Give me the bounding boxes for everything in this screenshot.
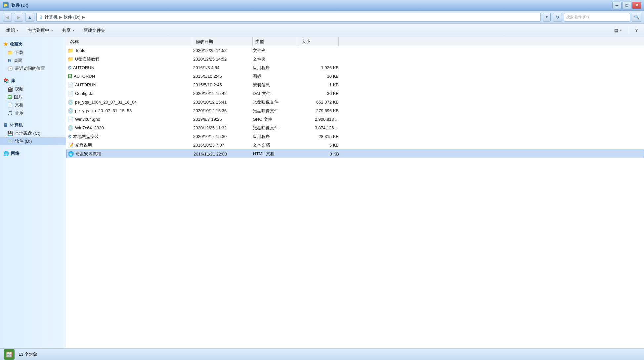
sidebar-item-music[interactable]: 🎵 音乐 [0, 109, 66, 117]
refresh-button[interactable]: ↻ [553, 13, 562, 22]
up-button[interactable]: ▲ [25, 13, 34, 22]
file-date-cell: 2020/10/12 15:30 [193, 134, 253, 139]
sidebar-item-local-c[interactable]: 💾 本地磁盘 (C:) [0, 129, 66, 137]
breadcrumb-sep-2: ▶ [82, 15, 85, 20]
new-folder-button[interactable]: 新建文件夹 [80, 25, 109, 35]
table-row[interactable]: 💿 pe_yqs_1064_20_07_31_16_04 2020/10/12 … [66, 98, 644, 107]
file-date-cell: 2020/10/12 15:36 [193, 108, 253, 113]
title-bar-title: 软件 (D:) [11, 2, 28, 8]
col-header-type[interactable]: 类型 [253, 37, 299, 46]
breadcrumb-computer[interactable]: 计算机 [45, 14, 58, 20]
search-icon: 🔍 [634, 15, 639, 20]
file-type-cell: 图标 [253, 73, 299, 79]
address-dropdown[interactable]: ▼ [543, 13, 551, 22]
sidebar-item-doc[interactable]: 📄 文档 [0, 101, 66, 109]
table-row[interactable]: 📝 光盘说明 2016/10/23 7:07 文本文档 5 KB [66, 141, 644, 150]
sidebar-item-software-d[interactable]: 💿 软件 (D:) [0, 137, 66, 145]
file-size-cell: 5 KB [299, 143, 339, 148]
favorites-header[interactable]: ★ 收藏夹 [0, 40, 66, 49]
file-type-cell: 应用程序 [253, 65, 299, 71]
file-size-cell: 1 KB [299, 82, 339, 87]
forward-button[interactable]: ▶ [14, 13, 23, 22]
maximize-button[interactable]: □ [622, 2, 631, 9]
file-date-cell: 2020/12/25 11:32 [193, 125, 253, 130]
desktop-icon: 🖥 [7, 58, 12, 63]
share-button[interactable]: 共享 ▼ [59, 25, 79, 35]
help-button[interactable]: ? [632, 25, 641, 35]
table-row[interactable]: 💿 Win7x64_2020 2020/12/25 11:32 光盘映像文件 3… [66, 124, 644, 132]
window-icon: 📁 [3, 2, 9, 8]
organize-button[interactable]: 组织 ▼ [3, 25, 23, 35]
file-name-cell: 💿 pe_yqs_1064_20_07_31_16_04 [67, 99, 193, 105]
table-row[interactable]: 📁 Tools 2020/12/25 14:52 文件夹 [66, 46, 644, 55]
toolbar: 组织 ▼ 包含到库中 ▼ 共享 ▼ 新建文件夹 ▤ ▼ ? [0, 24, 644, 37]
sidebar-item-downloads[interactable]: 📁 下载 [0, 49, 66, 57]
file-name: AUTORUN [73, 65, 94, 70]
file-name-cell: 📁 Tools [67, 48, 193, 54]
sidebar-item-recent[interactable]: 🕐 最近访问的位置 [0, 65, 66, 72]
table-row[interactable]: 📄 AUTORUN 2015/5/10 2:45 安装信息 1 KB [66, 81, 644, 89]
breadcrumb-bar[interactable]: 🖥 计算机 ▶ 软件 (D:) ▶ [36, 13, 541, 22]
minimize-button[interactable]: ─ [612, 2, 622, 9]
file-name: Win7x64.gho [75, 117, 100, 122]
file-date-cell: 2016/10/23 7:07 [193, 143, 253, 148]
include-library-button[interactable]: 包含到库中 ▼ [24, 25, 57, 35]
search-box[interactable]: 搜索 软件 (D:) [564, 13, 630, 22]
sidebar-video-label: 视频 [15, 86, 23, 92]
col-header-size[interactable]: 大小 [299, 37, 339, 46]
file-name-cell: 📄 AUTORUN [67, 82, 193, 88]
table-row[interactable]: 📄 Win7x64.gho 2019/9/7 19:25 GHO 文件 2,90… [66, 115, 644, 124]
title-bar-controls: ─ □ ✕ [612, 2, 641, 9]
address-bar: ◀ ▶ ▲ 🖥 计算机 ▶ 软件 (D:) ▶ ▼ ↻ 搜索 软件 (D:) 🔍 [0, 11, 644, 24]
search-button[interactable]: 🔍 [632, 13, 641, 22]
view-button[interactable]: ▤ ▼ [611, 25, 626, 35]
file-size-cell: 36 KB [299, 91, 339, 96]
title-bar: 📁 软件 (D:) ─ □ ✕ [0, 0, 644, 11]
library-section: 📚 库 🎬 视频 🖼 图片 📄 文档 🎵 音乐 [0, 76, 66, 117]
file-type-cell: 光盘映像文件 [253, 125, 299, 131]
file-size-cell: 3 KB [299, 152, 339, 157]
breadcrumb-drive[interactable]: 软件 (D:) [64, 14, 80, 20]
table-row[interactable]: ⚙ 本地硬盘安装 2020/10/12 15:30 应用程序 28,315 KB [66, 132, 644, 141]
network-header[interactable]: 🌐 网络 [0, 149, 66, 158]
table-row[interactable]: 💿 pe_yqs_xp_20_07_31_15_53 2020/10/12 15… [66, 107, 644, 115]
favorites-section: ★ 收藏夹 📁 下载 🖥 桌面 🕐 最近访问的位置 [0, 40, 66, 72]
sidebar-doc-label: 文档 [15, 102, 23, 108]
organize-label: 组织 [6, 27, 15, 33]
file-type-cell: 安装信息 [253, 82, 299, 88]
network-label: 网络 [11, 151, 20, 157]
sidebar-picture-label: 图片 [14, 94, 22, 100]
favorites-label: 收藏夹 [10, 41, 23, 47]
sidebar-downloads-label: 下载 [15, 50, 23, 56]
close-button[interactable]: ✕ [632, 2, 641, 9]
table-row[interactable]: 🖼 AUTORUN 2015/5/10 2:45 图标 10 KB [66, 72, 644, 81]
table-row[interactable]: 📁 U盘安装教程 2020/12/25 14:52 文件夹 [66, 55, 644, 64]
table-row[interactable]: 📄 Config.dat 2020/10/12 15:42 DAT 文件 36 … [66, 89, 644, 98]
file-name: U盘安装教程 [75, 56, 100, 62]
share-label: 共享 [62, 27, 71, 33]
file-name: 本地硬盘安装 [73, 134, 99, 140]
main-layout: ★ 收藏夹 📁 下载 🖥 桌面 🕐 最近访问的位置 📚 库 [0, 37, 644, 348]
file-type-cell: 光盘映像文件 [253, 108, 299, 114]
sidebar-item-picture[interactable]: 🖼 图片 [0, 93, 66, 101]
sidebar-item-video[interactable]: 🎬 视频 [0, 85, 66, 93]
col-header-date[interactable]: 修改日期 [193, 37, 253, 46]
iso-icon: 💿 [67, 125, 74, 131]
file-name-cell: 💿 pe_yqs_xp_20_07_31_15_53 [67, 108, 193, 114]
back-button[interactable]: ◀ [3, 13, 12, 22]
file-name: Win7x64_2020 [75, 125, 104, 130]
recent-icon: 🕐 [7, 66, 13, 71]
star-icon: ★ [3, 41, 8, 47]
file-name: AUTORUN [75, 82, 96, 87]
col-header-name[interactable]: 名称 [67, 37, 193, 46]
music-icon: 🎵 [7, 110, 13, 115]
table-row[interactable]: ⚙ AUTORUN 2016/1/8 4:54 应用程序 1,926 KB [66, 64, 644, 72]
sidebar-local-c-label: 本地磁盘 (C:) [15, 130, 40, 136]
sidebar-music-label: 音乐 [15, 110, 23, 116]
table-row[interactable]: 🌐 硬盘安装教程 2016/11/21 22:03 HTML 文档 3 KB [66, 150, 644, 158]
file-date-cell: 2016/1/8 4:54 [193, 65, 253, 70]
library-header[interactable]: 📚 库 [0, 76, 66, 85]
sidebar-item-desktop[interactable]: 🖥 桌面 [0, 57, 66, 65]
computer-header[interactable]: 🖥 计算机 [0, 121, 66, 129]
iso-icon: 💿 [67, 99, 74, 105]
